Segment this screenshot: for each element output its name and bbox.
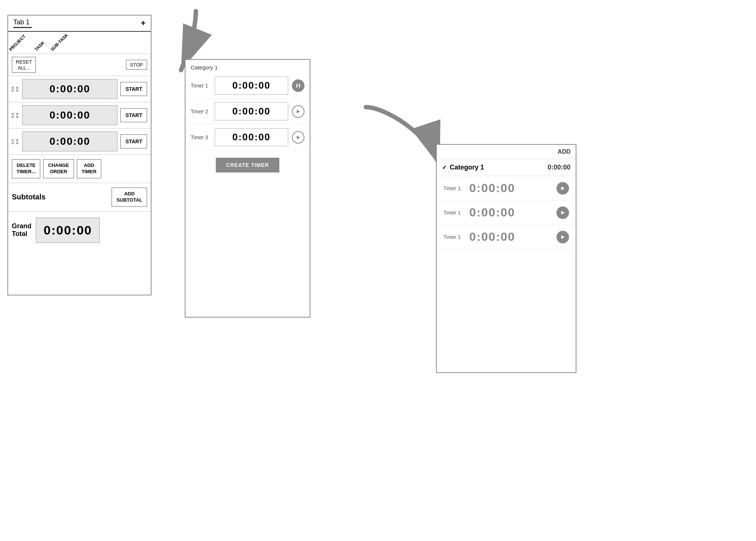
panel2-timer-display-2: 0:00:00 [215, 102, 288, 120]
panel2-timer-display-3: 0:00:00 [215, 128, 288, 146]
timer-display-3: 0:00:00 [22, 131, 118, 151]
panel2-timer-label-3: Timer 3 [191, 134, 211, 140]
grand-total-row: Grand Total 0:00:00 [8, 212, 151, 249]
grand-total-display: 0:00:00 [36, 218, 100, 243]
panel-3: ADD ✓ Category 1 0:00:00 Timer 1 0:00:00… [436, 144, 576, 373]
panel3-header: ADD [437, 145, 576, 159]
tab-bar: Tab 1 + [8, 16, 151, 32]
svg-marker-3 [297, 110, 300, 113]
drag-handle-2 [12, 113, 19, 118]
panel2-timer-label-1: Timer 1 [191, 83, 211, 89]
dot [16, 87, 18, 89]
dot [16, 139, 18, 141]
panel2-timer-row-2: Timer 2 0:00:00 [185, 99, 310, 124]
panel3-add-button[interactable]: ADD [558, 148, 571, 155]
panel3-play-button-3[interactable] [556, 231, 569, 243]
panel3-category-label: Category 1 [450, 164, 545, 171]
dot [12, 116, 14, 118]
dot [12, 90, 14, 92]
play-button-2[interactable] [292, 105, 304, 118]
create-timer-area: CREATE TIMER [185, 158, 310, 172]
svg-marker-4 [297, 136, 300, 139]
col-header-subtask: SUB-TASK [50, 32, 69, 52]
panel3-timer-label-1: Timer 1 [443, 185, 466, 191]
timer-row-2: 0:00:00 START [8, 102, 151, 129]
svg-marker-6 [561, 186, 565, 190]
reset-all-button[interactable]: RESET ALL... [12, 57, 36, 73]
start-button-1[interactable]: START [120, 82, 147, 96]
panel2-timer-display-1: 0:00:00 [215, 76, 288, 95]
subtotals-row: Subtotals ADD SUBTOTAL [8, 183, 151, 212]
add-timer-button[interactable]: ADD TIMER [77, 159, 101, 178]
play-button-3[interactable] [292, 131, 304, 144]
dot [16, 90, 18, 92]
panel3-category-row: ✓ Category 1 0:00:00 [437, 159, 576, 176]
tab-label: Tab 1 [13, 18, 32, 26]
delete-timer-button[interactable]: DELETE TIMER... [12, 159, 40, 178]
timer-display-1: 0:00:00 [22, 79, 118, 99]
grand-total-label: Grand Total [12, 222, 31, 238]
panel3-timer-row-3: Timer 1 0:00:00 [437, 225, 576, 249]
panel3-timer-display-3: 0:00:00 [469, 230, 553, 244]
dot [16, 116, 18, 118]
add-subtotal-button[interactable]: ADD SUBTOTAL [112, 188, 147, 207]
controls-row: RESET ALL... STOP [8, 54, 151, 76]
start-button-2[interactable]: START [120, 108, 147, 122]
create-timer-button[interactable]: CREATE TIMER [216, 158, 279, 172]
action-row: DELETE TIMER... CHANGE ORDER ADD TIMER [8, 155, 151, 183]
tab-underline [13, 27, 32, 28]
scene: Tab 1 + PROJECT TASK SUB-TASK RESET ALL.… [0, 0, 756, 541]
dot [12, 113, 14, 115]
svg-rect-1 [296, 84, 297, 88]
dot [12, 142, 14, 144]
panel-2: Category 1 Timer 1 0:00:00 Timer 2 0:00:… [185, 59, 310, 318]
subtotals-label: Subtotals [12, 193, 45, 201]
panel3-timer-display-2: 0:00:00 [469, 206, 553, 219]
stop-button[interactable]: STOP [126, 60, 147, 70]
dot [12, 139, 14, 141]
panel3-timer-row-2: Timer 1 0:00:00 [437, 201, 576, 225]
col-header-task: TASK [34, 40, 45, 52]
panel2-timer-label-2: Timer 2 [191, 109, 211, 114]
panel3-timer-row-1: Timer 1 0:00:00 [437, 176, 576, 201]
panel3-timer-display-1: 0:00:00 [469, 181, 553, 195]
panel3-play-button-2[interactable] [556, 206, 569, 219]
panel-1: Tab 1 + PROJECT TASK SUB-TASK RESET ALL.… [7, 15, 151, 295]
timer-row-1: 0:00:00 START [8, 76, 151, 102]
svg-marker-7 [561, 211, 565, 215]
column-headers: PROJECT TASK SUB-TASK [8, 32, 151, 54]
panel2-timer-row-1: Timer 1 0:00:00 [185, 73, 310, 99]
panel3-timer-label-3: Timer 1 [443, 234, 466, 240]
change-order-button[interactable]: CHANGE ORDER [43, 159, 74, 178]
svg-marker-8 [561, 235, 565, 239]
dot [16, 142, 18, 144]
dot [16, 113, 18, 115]
svg-rect-2 [299, 84, 300, 88]
panel3-play-button-1[interactable] [556, 182, 569, 195]
drag-handle-3 [12, 139, 19, 144]
panel2-timer-row-3: Timer 3 0:00:00 [185, 124, 310, 150]
chevron-down-icon: ✓ [442, 164, 447, 171]
panel3-category-time: 0:00:00 [548, 164, 571, 171]
panel3-timer-label-2: Timer 1 [443, 210, 466, 216]
col-header-project: PROJECT [8, 34, 27, 52]
timer-display-2: 0:00:00 [22, 105, 118, 125]
pause-button-1[interactable] [292, 79, 304, 92]
drag-handle-1 [12, 87, 19, 92]
add-tab-button[interactable]: + [141, 18, 146, 28]
timer-row-3: 0:00:00 START [8, 129, 151, 155]
start-button-3[interactable]: START [120, 134, 147, 148]
panel2-category-label: Category 1 [185, 60, 310, 73]
dot [12, 87, 14, 89]
